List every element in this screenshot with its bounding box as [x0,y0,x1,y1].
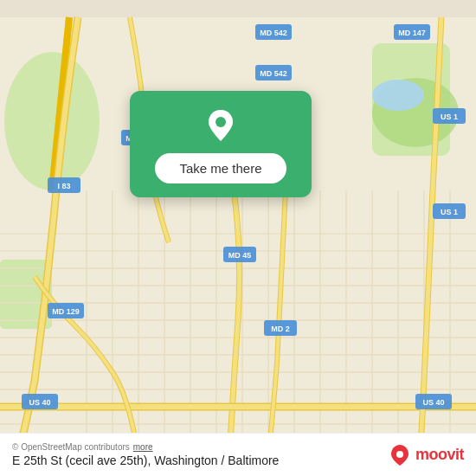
svg-text:US 40: US 40 [422,398,444,407]
svg-text:US 40: US 40 [29,398,50,407]
svg-text:MD 2: MD 2 [271,325,290,333]
svg-text:MD 129: MD 129 [52,307,80,316]
attribution-row: © OpenStreetMap contributors more [12,442,279,452]
popup-card: Take me there [130,91,312,197]
svg-text:US 1: US 1 [441,113,458,121]
bottom-left-info: © OpenStreetMap contributors more E 25th… [12,442,279,467]
svg-text:MD 147: MD 147 [398,29,426,37]
map-container: MD 542 MD 147 US 1 US 1 MD 542 MD 139 I … [0,0,476,476]
svg-text:I 83: I 83 [57,182,70,190]
location-pin-icon [202,106,240,145]
location-title: E 25th St (cecil ave 25th), Washington /… [12,453,279,467]
svg-text:MD 45: MD 45 [228,251,252,260]
attribution-more[interactable]: more [133,442,153,452]
svg-point-64 [215,117,226,127]
moovit-logo: moovit [388,443,464,467]
svg-point-5 [372,80,424,111]
bottom-bar: © OpenStreetMap contributors more E 25th… [0,433,476,476]
moovit-pin-icon [388,443,412,467]
svg-text:MD 542: MD 542 [260,69,287,78]
svg-text:US 1: US 1 [441,208,458,216]
svg-text:MD 542: MD 542 [260,29,287,37]
moovit-brand-text: moovit [415,446,464,464]
svg-point-65 [396,451,403,458]
take-me-there-button[interactable]: Take me there [155,153,286,183]
map-background: MD 542 MD 147 US 1 US 1 MD 542 MD 139 I … [0,0,476,476]
attribution-text: © OpenStreetMap contributors [12,442,130,452]
